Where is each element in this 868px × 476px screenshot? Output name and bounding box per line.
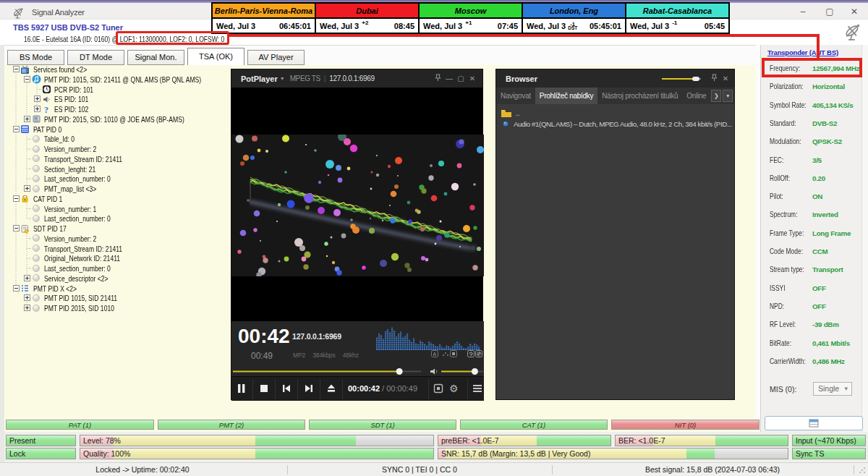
statusbar-divider xyxy=(287,465,288,475)
annotation-line-v xyxy=(817,34,820,58)
bullet-icon xyxy=(32,135,41,144)
param-label: RF Level: xyxy=(770,320,796,328)
player-mini-button-fullscreen[interactable] xyxy=(475,350,482,357)
meter-lock: Lock xyxy=(6,448,76,459)
potplayer-titlebar[interactable]: PotPlayer ▼ MPEG TS | 127.0.0.1:6969 — ▢… xyxy=(231,69,482,88)
playlist-button[interactable] xyxy=(472,383,485,396)
mis-select[interactable]: Single▾ xyxy=(813,382,852,396)
pause-button[interactable] xyxy=(236,383,249,396)
next-button[interactable] xyxy=(303,383,316,396)
maximize-button[interactable]: ▢ xyxy=(819,5,841,19)
tab-bs-mode[interactable]: BS Mode xyxy=(7,50,64,65)
collapse-icon[interactable] xyxy=(24,76,30,82)
meter-label: Present xyxy=(9,436,35,445)
tree-label: PMT PID X <2> xyxy=(33,284,77,293)
collapse-icon[interactable] xyxy=(13,225,20,231)
bullet-icon xyxy=(32,304,41,313)
transponder-row: Standard:DVB-S2 xyxy=(761,119,868,129)
collapse-icon[interactable] xyxy=(13,195,20,202)
player-mini-button-a-b-repeat[interactable]: A xyxy=(431,350,438,357)
browser-tab-n-stroj-proch-zen-titulk-[interactable]: Nástroj procházení titulků xyxy=(597,88,682,104)
player-mini-button-loop[interactable] xyxy=(467,350,475,357)
expand-icon[interactable] xyxy=(24,294,30,301)
tree-label: PMT_map_list <3> xyxy=(44,184,96,193)
browser-pin-icon[interactable] xyxy=(708,74,720,83)
browser-window: Browser ✕ NavigovatProhlížeč nabídkyNást… xyxy=(495,69,735,400)
meter-label: NIT (0) xyxy=(675,421,697,429)
tab-av-player[interactable]: AV Player xyxy=(247,50,305,65)
osd-stream-url: 127.0.0.1:6969 xyxy=(292,332,341,341)
browser-tab-online[interactable]: Online xyxy=(682,88,710,104)
collapse-icon[interactable] xyxy=(13,126,20,132)
expand-icon[interactable] xyxy=(24,185,30,192)
collapse-icon[interactable] xyxy=(13,285,20,292)
folder-row[interactable]: .. xyxy=(501,108,520,118)
collapse-icon[interactable] xyxy=(13,66,20,72)
tree-label: Table_Id: 0 xyxy=(44,135,75,143)
video-area[interactable] xyxy=(231,135,484,276)
bullet-icon xyxy=(32,254,41,263)
param-value: OFF xyxy=(812,284,826,292)
stop-button[interactable] xyxy=(258,383,271,396)
player-mini-button-shuffle[interactable] xyxy=(442,350,449,357)
browser-titlebar[interactable]: Browser ✕ xyxy=(496,69,734,88)
eject-button[interactable] xyxy=(326,383,339,396)
tree-label: Last_section_number: 0 xyxy=(44,214,111,223)
param-value: Inverted xyxy=(812,211,838,218)
osd-time: 00:00:42 xyxy=(348,384,380,393)
tabs-scroll-right-icon[interactable]: ❯ xyxy=(711,90,721,102)
meter-ber-1-0e-7: BER: <1.0E-7 xyxy=(615,435,788,446)
clock-time-row: Wed, Jul 3-105:45 xyxy=(626,19,728,33)
clock-offset: -1 xyxy=(672,20,677,26)
panel-scrollbar[interactable] xyxy=(861,45,868,432)
param-value: 0,486 MHz xyxy=(812,357,845,365)
tab-tsa-ok-[interactable]: TSA (OK) xyxy=(187,48,244,66)
separator: | xyxy=(324,75,326,82)
browser-tab-navigovat[interactable]: Navigovat xyxy=(496,88,535,104)
tree-label: Section_lenght: 21 xyxy=(44,165,95,174)
settings-button[interactable]: ⚙ xyxy=(449,383,462,396)
tabs-dropdown-icon[interactable]: ▾ xyxy=(723,90,733,102)
browser-tab-prohl-e-nab-dky[interactable]: Prohlížeč nabídky xyxy=(535,88,597,104)
seek-row xyxy=(231,367,484,376)
clock-date: Wed, Jul 3 xyxy=(527,22,566,30)
tab-dt-mode[interactable]: DT Mode xyxy=(67,50,124,65)
player-mini-button-stop-after[interactable] xyxy=(450,350,457,357)
codec-item: 48khz xyxy=(343,352,359,359)
close-button[interactable]: ✕ xyxy=(843,5,865,19)
clock-icon xyxy=(42,85,51,94)
transponder-link[interactable]: Transponder (AUT BS) xyxy=(767,48,838,56)
meter-quality-100: Quality: 100% xyxy=(80,448,434,459)
expand-icon[interactable] xyxy=(24,305,30,311)
expand-icon[interactable] xyxy=(24,275,30,281)
table-view-icon xyxy=(809,419,819,428)
chevron-down-icon[interactable]: ▼ xyxy=(280,76,285,81)
expand-icon[interactable] xyxy=(34,95,41,102)
seek-volume-svg[interactable] xyxy=(231,367,484,376)
browser-slider[interactable] xyxy=(660,75,708,82)
expand-icon[interactable] xyxy=(24,116,30,122)
meter-cat-1: CAT (1) xyxy=(460,420,608,430)
codec-item: 384kbps xyxy=(312,352,335,359)
potplayer-title[interactable]: PotPlayer xyxy=(241,75,278,83)
potplayer-maximize[interactable]: ▢ xyxy=(455,75,467,82)
table-view-button[interactable] xyxy=(765,416,863,430)
audio-track-row[interactable]: Audio #1(QNL AMS) – Dutch, MPEG Audio, 4… xyxy=(503,119,733,129)
potplayer-minimize[interactable]: — xyxy=(443,75,455,82)
previous-button[interactable] xyxy=(281,383,294,396)
browser-close[interactable]: ✕ xyxy=(720,75,731,82)
resize-grip[interactable] xyxy=(859,467,866,474)
meter-label: Quality: 100% xyxy=(83,449,130,458)
clock-time-row: Wed, Jul 3+107:45 xyxy=(420,19,522,33)
potplayer-close[interactable]: ✕ xyxy=(467,75,478,82)
meter-nit-0: NIT (0) xyxy=(611,420,760,430)
pin-icon[interactable] xyxy=(432,74,443,83)
minimize-button[interactable]: – xyxy=(792,5,814,19)
expand-icon[interactable] xyxy=(34,106,41,112)
total-time: 00:49 xyxy=(251,351,273,361)
clock-time-row: Wed, Jul 306:45:01 xyxy=(213,19,315,33)
osd-button[interactable] xyxy=(433,383,446,396)
meter-level-78: Level: 78% xyxy=(80,435,434,446)
tab-signal-mon-[interactable]: Signal Mon. xyxy=(127,50,184,65)
folder-up-label: .. xyxy=(516,109,520,117)
